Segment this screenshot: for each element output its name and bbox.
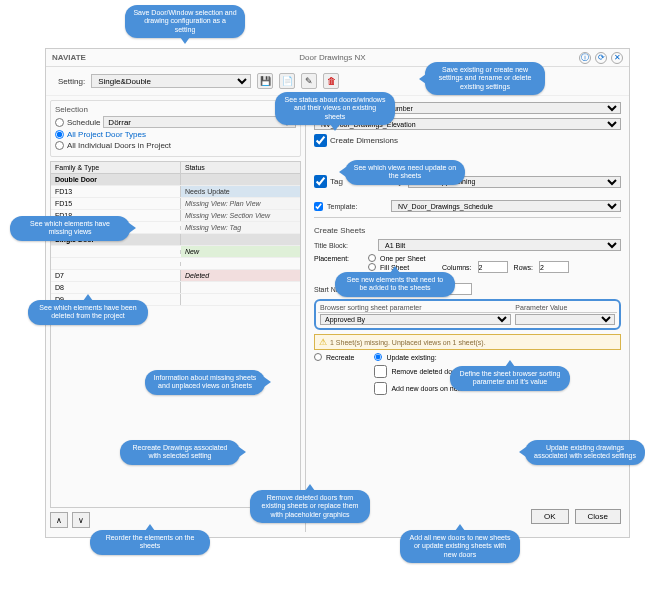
all-types-radio[interactable] (55, 130, 64, 139)
rows-label: Rows: (514, 264, 533, 271)
callout-needs-update: See which views need update on the sheet… (345, 160, 465, 185)
template-label: Template: (327, 203, 387, 210)
placement-label: Placement: (314, 255, 364, 262)
move-up-button[interactable]: ∧ (50, 512, 68, 528)
callout-save-setting: Save Door/Window selection and drawing c… (125, 5, 245, 38)
table-row[interactable] (51, 258, 300, 270)
schedule-select[interactable]: Dörrar (103, 116, 296, 128)
col-family-header: Family & Type (51, 162, 181, 173)
table-row[interactable]: New (51, 246, 300, 258)
selection-heading: Selection (55, 105, 296, 114)
table-row[interactable]: D8 (51, 282, 300, 294)
all-types-label: All Project Door Types (67, 130, 146, 139)
callout-settings-crud: Save existing or create new settings and… (425, 62, 545, 95)
rows-input[interactable] (539, 261, 569, 273)
browser-value-header: Parameter Value (513, 303, 617, 313)
callout-status: See status about doors/windows and their… (275, 92, 395, 125)
callout-update-existing: Update existing drawings associated with… (525, 440, 645, 465)
callout-reorder: Reorder the elements on the sheets (90, 530, 210, 555)
placement-fill-radio[interactable] (368, 263, 376, 271)
tag-label: Tag (330, 177, 343, 186)
callout-recreate: Recreate Drawings associated with select… (120, 440, 240, 465)
delete-button[interactable]: 🗑 (323, 73, 339, 89)
callout-deleted: See which elements have been deleted fro… (28, 300, 148, 325)
all-individual-label: All Individual Doors in Project (67, 141, 171, 150)
close-icon[interactable]: ✕ (611, 52, 623, 64)
callout-add-new: Add all new doors to new sheets or updat… (400, 530, 520, 563)
callout-missing-views: See which elements have missing views (10, 216, 130, 241)
update-existing-radio[interactable] (374, 353, 382, 361)
tag-check[interactable] (314, 175, 327, 188)
table-row[interactable]: FD15Missing View: Plan View (51, 198, 300, 210)
template-check[interactable] (314, 202, 323, 211)
table-row[interactable]: D7Deleted (51, 270, 300, 282)
browser-sort-box: Browser sorting sheet parameterParameter… (314, 299, 621, 330)
browser-value-select[interactable] (515, 314, 615, 325)
placement-one-label: One per Sheet (380, 255, 426, 262)
template-select[interactable]: NV_Door_Drawings_Schedule (391, 200, 621, 212)
warning-bar: ⚠ 1 Sheet(s) missing. Unplaced views on … (314, 334, 621, 350)
brand-label: NAVIATE (52, 53, 86, 62)
create-dimensions-check[interactable] (314, 134, 327, 147)
warning-text: 1 Sheet(s) missing. Unplaced views on 1 … (330, 339, 486, 346)
dialog-title: Door Drawings NX (299, 53, 365, 62)
placement-one-radio[interactable] (368, 254, 376, 262)
refresh-icon[interactable]: ⟳ (595, 52, 607, 64)
callout-new-elements: See new elements that need to be added t… (335, 272, 455, 297)
table-row[interactable]: FD13Needs Update (51, 186, 300, 198)
columns-input[interactable] (478, 261, 508, 273)
columns-label: Columns: (442, 264, 472, 271)
ok-button[interactable]: OK (531, 509, 569, 524)
schedule-label: Schedule (67, 118, 100, 127)
save-button[interactable]: 💾 (257, 73, 273, 89)
browser-param-header: Browser sorting sheet parameter (318, 303, 513, 313)
create-dimensions-label: Create Dimensions (330, 136, 398, 145)
selection-group: Selection Schedule Dörrar All Project Do… (50, 100, 301, 157)
warning-icon: ⚠ (319, 337, 327, 347)
callout-remove-deleted: Remove deleted doors from existing sheet… (250, 490, 370, 523)
browser-param-select[interactable]: Approved By (320, 314, 511, 325)
schedule-radio[interactable] (55, 118, 64, 127)
setting-label: Setting: (58, 77, 85, 86)
close-button[interactable]: Close (575, 509, 621, 524)
recreate-label: Recreate (326, 354, 354, 361)
title-block-select[interactable]: A1 Bilt (378, 239, 621, 251)
callout-browser-sort: Define the sheet browser sorting paramet… (450, 366, 570, 391)
create-sheets-label: Create Sheets (314, 226, 621, 235)
title-block-label: Title Block: (314, 242, 374, 249)
add-new-check[interactable] (374, 382, 387, 395)
recreate-radio[interactable] (314, 353, 322, 361)
col-status-header: Status (181, 162, 300, 173)
move-down-button[interactable]: ∨ (72, 512, 90, 528)
update-existing-label: Update existing: (386, 354, 436, 361)
all-individual-radio[interactable] (55, 141, 64, 150)
remove-deleted-check[interactable] (374, 365, 387, 378)
setting-select[interactable]: Single&Double (91, 74, 251, 88)
saveas-button[interactable]: 📄 (279, 73, 295, 89)
rename-button[interactable]: ✎ (301, 73, 317, 89)
titlebar: NAVIATE Door Drawings NX ⓘ ⟳ ✕ (46, 49, 629, 67)
table-group-row[interactable]: Double Door (51, 174, 300, 186)
help-icon[interactable]: ⓘ (579, 52, 591, 64)
callout-missing-sheets: Information about missing sheets and unp… (145, 370, 265, 395)
